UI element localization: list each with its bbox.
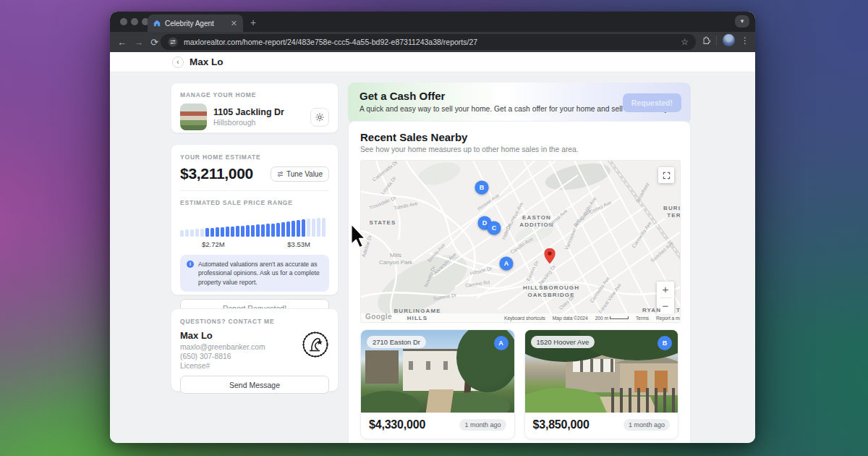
agent-license: License# [180, 362, 329, 370]
new-tab-button[interactable]: + [250, 17, 256, 28]
tab-close-icon[interactable]: ✕ [231, 20, 237, 28]
browser-menu-icon[interactable]: ⋮ [741, 35, 749, 46]
home-favicon-icon [153, 20, 161, 27]
valuation-info-note: i Automated valuations aren't as accurat… [180, 255, 329, 292]
map-data-text: Map data ©2024 [553, 316, 588, 321]
tune-icon [277, 171, 284, 177]
cash-offer-banner: Get a Cash Offer A quick and easy way to… [348, 83, 691, 124]
gear-icon [315, 113, 324, 122]
scale-bar [610, 316, 629, 319]
info-icon: i [187, 261, 194, 268]
map-area-label: T [676, 307, 681, 314]
contact-card: QUESTIONS? CONTACT ME Max Lo maxlo@green… [171, 308, 339, 392]
listing-age-badge: 1 month ago [459, 419, 506, 431]
price-range-bar [205, 228, 209, 237]
send-message-button[interactable]: Send Message [180, 376, 329, 394]
map[interactable]: + − Keyboard shortcuts Map data ©2024 20… [360, 160, 681, 323]
page-body: MANAGE YOUR HOME 1105 Jackling Dr Hillsb… [110, 72, 755, 443]
map-marker-a[interactable]: A [500, 257, 514, 271]
map-fullscreen-button[interactable] [658, 167, 674, 183]
page-back-button[interactable]: ‹ [172, 56, 184, 68]
price-range-bar [297, 220, 300, 237]
price-range-bar [195, 229, 199, 237]
map-scale: 200 m [595, 316, 629, 321]
recent-sales-subtitle: See how your home measures up to other h… [360, 145, 678, 153]
map-marker-c[interactable]: C [488, 221, 501, 235]
google-logo[interactable]: Google [365, 313, 392, 321]
price-range-bar [312, 219, 315, 237]
price-range-bar [221, 227, 224, 237]
info-note-text: Automated valuations aren't as accurate … [198, 260, 323, 287]
price-range-bar [256, 224, 260, 237]
price-range-bar [216, 227, 219, 237]
listing-address-chip: 1520 Hoover Ave [531, 336, 595, 348]
price-range-bar [200, 229, 204, 237]
close-window-button[interactable] [120, 18, 127, 25]
bookmark-star-icon[interactable]: ☆ [681, 37, 689, 47]
extensions-puzzle-icon[interactable] [701, 35, 710, 45]
range-high: $3.53M [287, 240, 310, 248]
listing-card[interactable]: 2710 Easton Dr A $4,330,000 1 month ago [360, 329, 515, 439]
url-bar[interactable]: maxlorealtor.com/home-report/24/483e758e… [161, 34, 696, 50]
browser-tab-strip: Celebrity Agent ✕ + ▾ [110, 12, 755, 32]
price-range-bar [266, 224, 270, 237]
price-range-bar [236, 226, 239, 237]
price-range-bar [286, 221, 290, 237]
mouse-cursor [350, 223, 366, 252]
profile-avatar[interactable] [723, 34, 735, 46]
listing-marker-badge: B [658, 336, 672, 350]
price-range-bar [190, 229, 194, 237]
price-range-bar [226, 227, 229, 237]
price-range-bar [317, 218, 320, 237]
listing-age-badge: 1 month ago [624, 419, 670, 431]
map-area-label: RYAN [642, 307, 661, 314]
map-area-label: BURLINGAME HILLS [393, 308, 441, 322]
listing-price: $3,850,000 [533, 418, 590, 431]
minimize-window-button[interactable] [131, 18, 138, 25]
price-range-bar [276, 223, 280, 237]
report-map-error-link[interactable]: Report a map error [656, 316, 681, 321]
site-info-icon[interactable] [168, 37, 178, 47]
map-marker-b[interactable]: B [475, 181, 489, 195]
tab-search-chevron-icon[interactable]: ▾ [735, 15, 749, 28]
listing-marker-badge: A [494, 336, 509, 350]
browser-tab[interactable]: Celebrity Agent ✕ [148, 14, 243, 32]
price-range-bar [302, 219, 305, 237]
price-range-bar [281, 222, 285, 237]
home-location-pin[interactable] [545, 248, 556, 266]
reload-icon[interactable]: ⟳ [150, 38, 158, 47]
price-range-bar [251, 225, 255, 237]
contact-label: QUESTIONS? CONTACT ME [180, 318, 329, 325]
browser-window: Celebrity Agent ✕ + ▾ ← → ⟳ maxlorealtor… [110, 12, 755, 443]
price-range-bar [261, 224, 265, 237]
cash-offer-requested-button[interactable]: Requested! [623, 93, 681, 112]
home-settings-button[interactable] [310, 108, 329, 127]
keyboard-shortcuts-link[interactable]: Keyboard shortcuts [504, 316, 545, 321]
price-range-label: ESTIMATED SALE PRICE RANGE [180, 199, 329, 206]
price-range-bar [307, 219, 310, 237]
recent-sales-card: Recent Sales Nearby See how your home me… [348, 121, 691, 443]
listing-price: $4,330,000 [369, 418, 425, 431]
home-thumbnail [180, 104, 207, 130]
forward-icon[interactable]: → [134, 38, 143, 47]
tab-title: Celebrity Agent [165, 20, 226, 28]
price-range-bar [210, 228, 214, 237]
terms-link[interactable]: Terms [636, 316, 649, 321]
price-range-bar [180, 230, 184, 237]
price-range-bar [185, 229, 189, 237]
listing-card[interactable]: 1520 Hoover Ave B $3,850,000 1 month ago [524, 329, 679, 439]
fullscreen-icon [663, 172, 671, 180]
web-page: ‹ Max Lo MANAGE YOUR HOME 1105 Jackling … [110, 52, 755, 443]
listing-address-chip: 2710 Easton Dr [367, 336, 426, 348]
listings-row: 2710 Easton Dr A $4,330,000 1 month ago [360, 329, 678, 439]
url-text: maxlorealtor.com/home-report/24/483e758e… [184, 38, 681, 46]
listing-photo: 1520 Hoover Ave B [525, 330, 678, 413]
back-icon[interactable]: ← [117, 38, 127, 47]
desktop: Celebrity Agent ✕ + ▾ ← → ⟳ maxlorealtor… [0, 0, 868, 456]
estimate-value: $3,211,000 [180, 165, 253, 182]
map-zoom-in-button[interactable]: + [657, 282, 674, 297]
price-range-chart [180, 215, 329, 237]
estimate-label: YOUR HOME ESTIMATE [180, 153, 329, 161]
price-range-bar [322, 218, 326, 237]
tune-value-button[interactable]: Tune Value [271, 166, 329, 182]
